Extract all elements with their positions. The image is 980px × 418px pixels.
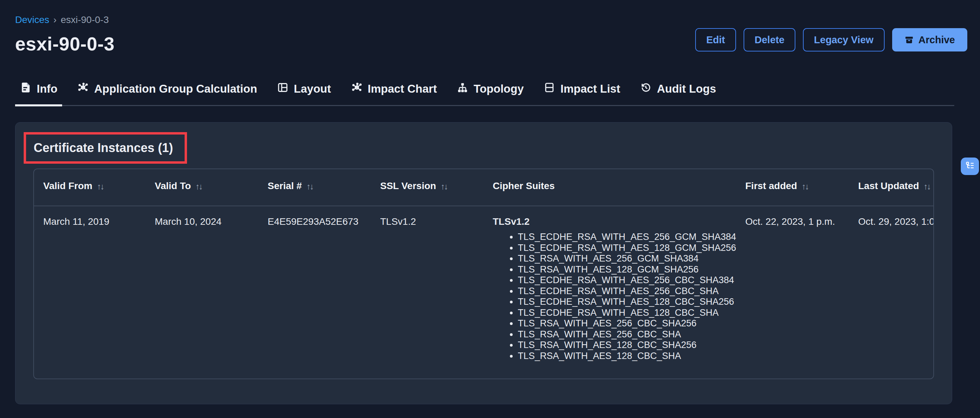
action-buttons: Edit Delete Legacy View Archive (695, 28, 967, 51)
tab-audit-logs-label: Audit Logs (657, 83, 716, 95)
cell-serial: E4E59E293A52E673 (268, 206, 380, 378)
history-clock-icon (640, 82, 652, 96)
tab-info[interactable]: Info (15, 78, 62, 106)
delete-button[interactable]: Delete (744, 28, 795, 51)
cell-valid-to: March 10, 2024 (155, 206, 268, 378)
column-header-last-updated[interactable]: Last Updated ↑↓ (858, 169, 933, 205)
breadcrumb-current: esxi-90-0-3 (61, 14, 109, 25)
breadcrumb-separator: › (54, 14, 57, 25)
cell-ssl-version: TLSv1.2 (380, 206, 493, 378)
column-header-ssl-version[interactable]: SSL Version ↑↓ (380, 169, 493, 205)
cipher-suite-item: TLS_RSA_WITH_AES_256_CBC_SHA256 (518, 318, 739, 329)
cipher-suite-item: TLS_RSA_WITH_AES_128_CBC_SHA (518, 351, 739, 362)
certificate-instances-card: Certificate Instances (1) Valid From ↑↓ … (15, 122, 952, 404)
sort-arrows-icon: ↑↓ (441, 181, 447, 192)
tab-impact-list[interactable]: Impact List (539, 78, 625, 106)
network-hub-icon (351, 82, 363, 96)
cipher-suite-item: TLS_RSA_WITH_AES_128_GCM_SHA256 (518, 264, 739, 275)
sort-arrows-icon: ↑↓ (923, 181, 930, 192)
tab-application-group-calculation[interactable]: Application Group Calculation (72, 78, 262, 106)
column-header-serial[interactable]: Serial # ↑↓ (268, 169, 380, 205)
certificate-instances-table: Valid From ↑↓ Valid To ↑↓ Serial # ↑↓ SS… (33, 168, 934, 379)
cipher-suite-item: TLS_ECDHE_RSA_WITH_AES_256_CBC_SHA (518, 286, 739, 297)
tab-audit-logs[interactable]: Audit Logs (635, 78, 721, 106)
tab-application-group-calculation-label: Application Group Calculation (94, 83, 257, 95)
breadcrumb-devices-link[interactable]: Devices (15, 14, 49, 25)
column-header-first-added[interactable]: First added ↑↓ (745, 169, 858, 205)
tree-list-side-button[interactable] (961, 157, 979, 175)
sort-arrows-icon: ↑↓ (195, 181, 202, 192)
layout-columns-icon (277, 82, 289, 96)
tab-layout[interactable]: Layout (272, 78, 336, 106)
network-hub-icon (77, 82, 89, 96)
archive-button-label: Archive (919, 34, 955, 46)
cipher-suite-item: TLS_RSA_WITH_AES_128_CBC_SHA256 (518, 340, 739, 351)
cell-last-updated: Oct. 29, 2023, 1:01 (858, 206, 933, 378)
cipher-suite-list: TLS_ECDHE_RSA_WITH_AES_256_GCM_SHA384TLS… (493, 232, 739, 361)
cipher-protocol-label: TLSv1.2 (493, 216, 739, 227)
tab-layout-label: Layout (294, 83, 331, 95)
page-title: esxi-90-0-3 (15, 33, 115, 55)
tab-impact-chart[interactable]: Impact Chart (346, 78, 442, 106)
card-title: Certificate Instances (1) (33, 140, 173, 156)
cipher-suite-item: TLS_ECDHE_RSA_WITH_AES_128_CBC_SHA (518, 307, 739, 318)
cipher-suite-item: TLS_ECDHE_RSA_WITH_AES_128_GCM_SHA256 (518, 243, 739, 254)
cell-valid-from: March 11, 2019 (43, 206, 155, 378)
tab-impact-chart-label: Impact Chart (368, 83, 437, 95)
cipher-suite-item: TLS_ECDHE_RSA_WITH_AES_256_GCM_SHA384 (518, 232, 739, 243)
legacy-view-button[interactable]: Legacy View (803, 28, 885, 51)
archive-button[interactable]: Archive (892, 28, 967, 51)
cipher-suite-item: TLS_RSA_WITH_AES_256_GCM_SHA384 (518, 253, 739, 264)
tab-topology-label: Topology (474, 83, 523, 95)
table-rows-icon (544, 82, 555, 96)
table-row: March 11, 2019 March 10, 2024 E4E59E293A… (34, 206, 933, 378)
tab-info-label: Info (37, 83, 57, 95)
sort-arrows-icon: ↑↓ (802, 181, 808, 192)
cell-cipher-suites: TLSv1.2 TLS_ECDHE_RSA_WITH_AES_256_GCM_S… (493, 206, 745, 378)
column-header-cipher-suites: Cipher Suites (493, 169, 745, 205)
sitemap-icon (457, 82, 468, 96)
column-header-valid-to[interactable]: Valid To ↑↓ (155, 169, 268, 205)
sort-arrows-icon: ↑↓ (306, 181, 313, 192)
cipher-suite-item: TLS_ECDHE_RSA_WITH_AES_256_CBC_SHA384 (518, 275, 739, 286)
cipher-suite-item: TLS_RSA_WITH_AES_256_CBC_SHA (518, 329, 739, 340)
red-highlight-box: Certificate Instances (1) (24, 132, 187, 164)
cipher-suite-item: TLS_ECDHE_RSA_WITH_AES_128_CBC_SHA256 (518, 297, 739, 307)
column-header-valid-from[interactable]: Valid From ↑↓ (43, 169, 155, 205)
tab-impact-list-label: Impact List (560, 83, 620, 95)
sort-arrows-icon: ↑↓ (97, 181, 103, 192)
tree-list-icon (965, 161, 975, 172)
tab-bar: Info Application Group Calculation Layou… (15, 78, 954, 106)
file-lines-icon (20, 82, 32, 96)
tab-topology[interactable]: Topology (452, 78, 528, 106)
breadcrumb: Devices › esxi-90-0-3 (15, 14, 109, 25)
edit-button[interactable]: Edit (695, 28, 736, 51)
table-header-row: Valid From ↑↓ Valid To ↑↓ Serial # ↑↓ SS… (34, 169, 933, 206)
cell-first-added: Oct. 22, 2023, 1 p.m. (745, 206, 858, 378)
archive-box-icon (905, 35, 914, 45)
